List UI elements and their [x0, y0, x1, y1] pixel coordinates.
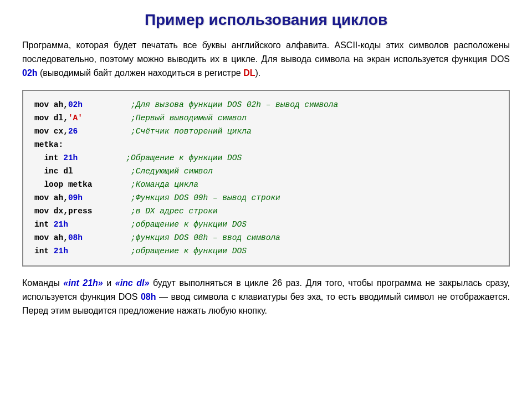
code-line-3: mov cx,26 ;Счётчик повторений цикла — [34, 125, 498, 139]
code-val-8: 09h — [68, 192, 83, 205]
code-line-10: int 21h ;обращение к функции DOS — [34, 218, 498, 232]
code-comment-8: ;Функция DOS 09h – вывод строки — [131, 192, 280, 205]
code-line-5: int 21h ;Обращение к функции DOS — [34, 152, 498, 165]
code-line-7: loop metka ;Команда цикла — [34, 178, 498, 192]
code-spacing-7 — [92, 178, 131, 192]
code-comment-11: ;функция DOS 08h – ввод символа — [131, 232, 280, 245]
code-spacing-9 — [92, 205, 131, 218]
code-spacing-10 — [68, 218, 131, 232]
code-comment-12: ;обращение к функции DOS — [131, 245, 247, 258]
code-line-2: mov dl,'A' ;Первый выводимый символ — [34, 112, 498, 125]
code-keyword-11: mov ah, — [34, 232, 68, 245]
code-keyword-10: int — [34, 218, 54, 232]
code-spacing-2 — [83, 112, 131, 125]
code-val-12: 21h — [54, 245, 68, 258]
bottom-text-2: и — [103, 278, 115, 288]
code-spacing-12 — [68, 245, 131, 258]
intro-paragraph: Программа, которая будет печатать все бу… — [22, 39, 510, 80]
bottom-italic-1: «int 21h» — [63, 278, 103, 288]
bottom-highlight: 08h — [141, 292, 156, 301]
code-val-2: 'A' — [68, 112, 83, 125]
highlight-DL: DL — [243, 68, 255, 78]
code-line-8: mov ah,09h ;Функция DOS 09h – вывод стро… — [34, 192, 498, 205]
bottom-italic-2: «inc dl» — [115, 278, 150, 288]
bottom-text-1: Команды — [22, 278, 63, 288]
code-comment-10: ;обращение к функции DOS — [131, 218, 247, 232]
page-title: Пример использования циклов — [22, 11, 510, 29]
code-line-12: int 21h ;обращение к функции DOS — [34, 245, 498, 258]
highlight-02h: 02h — [22, 68, 38, 78]
code-val-5: 21h — [63, 152, 78, 165]
intro-text-before: Программа, которая будет печатать все бу… — [22, 40, 510, 64]
code-val-3: 26 — [68, 125, 78, 139]
code-comment-3: ;Счётчик повторений цикла — [131, 125, 252, 139]
code-line-1: mov ah,02h ;Для вызова функции DOS 02h –… — [34, 99, 498, 112]
code-keyword-1: mov ah, — [34, 99, 68, 112]
code-block: mov ah,02h ;Для вызова функции DOS 02h –… — [22, 90, 510, 267]
code-keyword-6: inc dl — [34, 165, 73, 178]
code-val-1: 02h — [68, 99, 83, 112]
code-spacing-6 — [73, 165, 131, 178]
code-val-11: 08h — [68, 232, 83, 245]
bottom-paragraph: Команды «int 21h» и «inc dl» будут выпол… — [22, 277, 510, 318]
intro-text-middle: (выводимый байт должен находиться в реги… — [38, 68, 244, 78]
code-spacing-11 — [83, 232, 131, 245]
code-keyword-7: loop metka — [34, 178, 92, 192]
code-val-10: 21h — [54, 218, 68, 232]
code-spacing-8 — [83, 192, 131, 205]
code-keyword-5: int — [34, 152, 63, 165]
code-line-9: mov dx,press ;в DX адрес строки — [34, 205, 498, 218]
code-comment-7: ;Команда цикла — [131, 178, 198, 192]
code-keyword-9: mov dx,press — [34, 205, 92, 218]
code-keyword-2: mov dl, — [34, 112, 68, 125]
code-keyword-12: int — [34, 245, 54, 258]
intro-text-end: ). — [255, 68, 260, 78]
code-spacing-5 — [78, 152, 126, 165]
code-comment-5: ;Обращение к функции DOS — [126, 152, 242, 165]
code-line-6: inc dl ;Следующий символ — [34, 165, 498, 178]
code-label-metka: metka: — [34, 139, 63, 152]
code-spacing-3 — [78, 125, 131, 139]
code-keyword-3: mov cx, — [34, 125, 68, 139]
code-comment-2: ;Первый выводимый символ — [131, 112, 247, 125]
code-line-11: mov ah,08h ;функция DOS 08h – ввод симво… — [34, 232, 498, 245]
code-comment-6: ;Следующий символ — [131, 165, 213, 178]
code-comment-1: ;Для вызова функции DOS 02h – вывод симв… — [131, 99, 338, 112]
code-keyword-8: mov ah, — [34, 192, 68, 205]
code-spacing-1 — [83, 99, 131, 112]
code-comment-9: ;в DX адрес строки — [131, 205, 218, 218]
code-line-4: metka: — [34, 139, 498, 152]
